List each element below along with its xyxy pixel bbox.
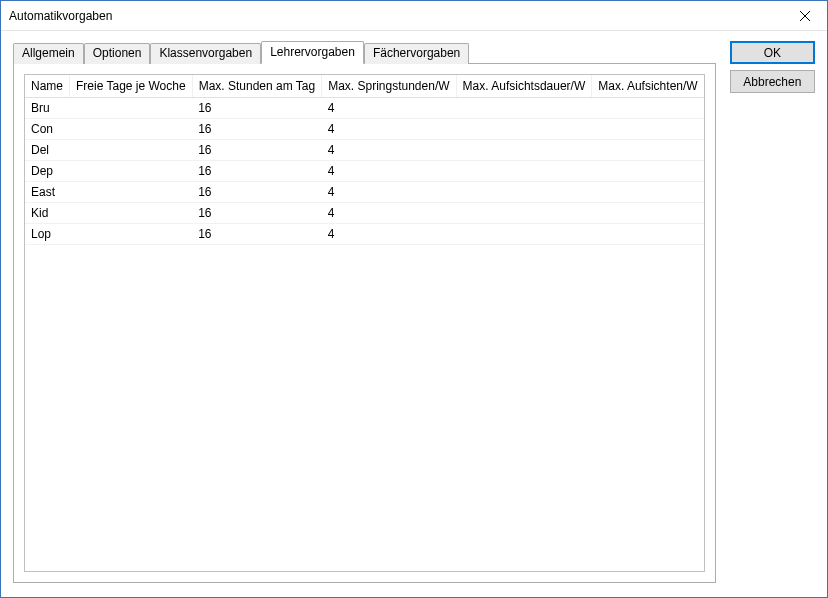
cell-max_stunden[interactable]: 16 [192,182,322,203]
col-header-freie-tage[interactable]: Freie Tage je Woche [70,75,193,98]
col-header-max-aufsichtsdauer[interactable]: Max. Aufsichtsdauer/W [456,75,592,98]
cell-name[interactable]: Del [25,140,70,161]
cell-name[interactable]: Dep [25,161,70,182]
cell-max_spring[interactable]: 4 [322,140,456,161]
tabstrip: Allgemein Optionen Klassenvorgaben Lehre… [13,41,716,64]
close-button[interactable] [782,1,827,30]
cell-freie_tage[interactable] [70,98,193,119]
cell-max_stunden[interactable]: 16 [192,140,322,161]
cancel-button[interactable]: Abbrechen [730,70,815,93]
titlebar: Automatikvorgaben [1,1,827,31]
button-panel: OK Abbrechen [730,41,815,583]
cell-name[interactable]: Bru [25,98,70,119]
cell-max_aufsichtsdauer[interactable] [456,98,592,119]
tab-klassenvorgaben[interactable]: Klassenvorgaben [150,43,261,64]
cell-max_aufsichten[interactable] [592,98,704,119]
cell-name[interactable]: Kid [25,203,70,224]
table-row[interactable]: Bru164 [25,98,704,119]
table-row[interactable]: Dep164 [25,161,704,182]
cell-max_aufsichtsdauer[interactable] [456,224,592,245]
cell-max_spring[interactable]: 4 [322,203,456,224]
cell-freie_tage[interactable] [70,182,193,203]
table-row[interactable]: Kid164 [25,203,704,224]
col-header-max-springstunden[interactable]: Max. Springstunden/W [322,75,456,98]
cell-freie_tage[interactable] [70,224,193,245]
tab-faechervorgaben[interactable]: Fächervorgaben [364,43,469,64]
ok-button[interactable]: OK [730,41,815,64]
cell-max_aufsichten[interactable] [592,203,704,224]
cell-max_aufsichtsdauer[interactable] [456,140,592,161]
tab-optionen[interactable]: Optionen [84,43,151,64]
main-area: Allgemein Optionen Klassenvorgaben Lehre… [13,41,716,583]
col-header-max-stunden[interactable]: Max. Stunden am Tag [192,75,322,98]
cell-max_spring[interactable]: 4 [322,224,456,245]
cell-max_aufsichten[interactable] [592,224,704,245]
cell-freie_tage[interactable] [70,140,193,161]
cell-max_spring[interactable]: 4 [322,161,456,182]
table-row[interactable]: Con164 [25,119,704,140]
cell-max_aufsichtsdauer[interactable] [456,161,592,182]
table-row[interactable]: Del164 [25,140,704,161]
tabpage-lehrervorgaben: Name Freie Tage je Woche Max. Stunden am… [13,63,716,583]
cell-freie_tage[interactable] [70,203,193,224]
cell-max_stunden[interactable]: 16 [192,98,322,119]
close-icon [800,11,810,21]
cell-max_aufsichtsdauer[interactable] [456,182,592,203]
cell-name[interactable]: Con [25,119,70,140]
cell-max_spring[interactable]: 4 [322,98,456,119]
table-header-row: Name Freie Tage je Woche Max. Stunden am… [25,75,704,98]
cell-max_spring[interactable]: 4 [322,182,456,203]
cell-max_aufsichten[interactable] [592,182,704,203]
client-area: Allgemein Optionen Klassenvorgaben Lehre… [1,31,827,597]
tab-allgemein[interactable]: Allgemein [13,43,84,64]
col-header-max-aufsichten[interactable]: Max. Aufsichten/W [592,75,704,98]
cell-max_aufsichtsdauer[interactable] [456,119,592,140]
cell-freie_tage[interactable] [70,119,193,140]
col-header-name[interactable]: Name [25,75,70,98]
cell-max_stunden[interactable]: 16 [192,119,322,140]
cell-name[interactable]: East [25,182,70,203]
cell-freie_tage[interactable] [70,161,193,182]
table-row[interactable]: East164 [25,182,704,203]
cell-max_stunden[interactable]: 16 [192,161,322,182]
window-title: Automatikvorgaben [9,9,782,23]
cell-max_aufsichten[interactable] [592,161,704,182]
cell-max_stunden[interactable]: 16 [192,203,322,224]
cell-max_aufsichten[interactable] [592,119,704,140]
teacher-grid[interactable]: Name Freie Tage je Woche Max. Stunden am… [24,74,705,572]
teacher-table: Name Freie Tage je Woche Max. Stunden am… [25,75,704,245]
cell-max_spring[interactable]: 4 [322,119,456,140]
table-row[interactable]: Lop164 [25,224,704,245]
cell-name[interactable]: Lop [25,224,70,245]
tab-lehrervorgaben[interactable]: Lehrervorgaben [261,41,364,64]
cell-max_aufsichten[interactable] [592,140,704,161]
cell-max_stunden[interactable]: 16 [192,224,322,245]
cell-max_aufsichtsdauer[interactable] [456,203,592,224]
dialog-window: Automatikvorgaben Allgemein Optionen Kla… [0,0,828,598]
